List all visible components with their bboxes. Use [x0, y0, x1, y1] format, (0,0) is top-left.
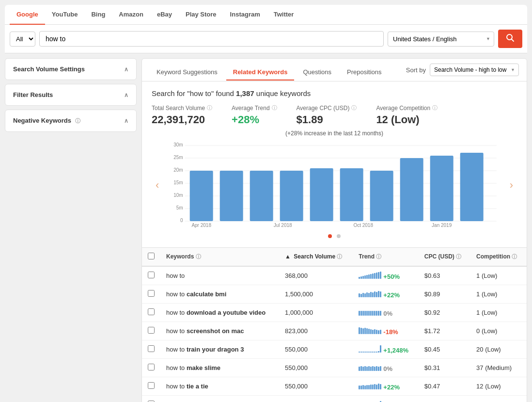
row-3-trend-bars [359, 326, 381, 334]
svg-line-1 [512, 39, 514, 42]
row-6-checkbox[interactable] [148, 382, 155, 389]
search-type-dropdown[interactable]: All [10, 32, 35, 47]
row-1-trend: +22% [353, 285, 418, 304]
competition-col-info-icon[interactable]: ⓘ [512, 254, 517, 259]
search-volume-col-info-icon[interactable]: ⓘ [337, 254, 342, 259]
location-dropdown[interactable]: United States / English [388, 32, 494, 47]
chart-dot-1[interactable] [328, 234, 332, 238]
chevron-up-icon-filter: ∧ [124, 92, 128, 98]
row-1-checkbox[interactable] [148, 290, 155, 297]
svg-rect-21 [340, 168, 363, 221]
row-5-checkbox[interactable] [148, 364, 155, 370]
search-input[interactable] [39, 31, 384, 47]
stats-title: Search for "how to" found 1,387 unique k… [152, 89, 517, 97]
nav-tab-instagram[interactable]: Instagram [223, 5, 267, 25]
sort-label: Sort by [406, 66, 426, 74]
row-2-volume: 1,000,000 [279, 304, 353, 322]
svg-text:25m: 25m [174, 155, 183, 160]
sidebar-section-filter-header[interactable]: Filter Results ∧ [5, 84, 136, 105]
competition-col-header: Competition ⓘ [470, 248, 527, 267]
table-header-row: Keywords ⓘ ▲ Search Volume ⓘ Trend ⓘ [142, 248, 527, 267]
sort-arrow-icon: ▲ [285, 253, 291, 260]
keywords-col-info-icon[interactable]: ⓘ [196, 254, 201, 259]
svg-rect-23 [400, 158, 423, 221]
search-button[interactable] [498, 30, 522, 48]
svg-text:15m: 15m [174, 180, 183, 185]
nav-tab-ebay[interactable]: eBay [150, 5, 179, 25]
table-row: how to train your dragon450,000+639%$0.6… [142, 396, 527, 402]
chart-prev-arrow[interactable]: ‹ [152, 179, 163, 192]
nav-tab-playstore[interactable]: Play Store [179, 5, 223, 25]
row-1-trend-pct: +22% [383, 291, 400, 299]
svg-text:Oct 2018: Oct 2018 [354, 223, 374, 228]
row-6-trend-pct: +22% [383, 384, 400, 391]
nav-tab-amazon[interactable]: Amazon [112, 5, 150, 25]
svg-text:Apr 2018: Apr 2018 [192, 223, 212, 228]
sort-area: Sort by Search Volume - high to low Sear… [406, 64, 519, 81]
cpc-col-info-icon[interactable]: ⓘ [456, 254, 461, 259]
tab-keyword-suggestions[interactable]: Keyword Suggestions [150, 64, 224, 80]
row-0-checkbox[interactable] [148, 272, 155, 278]
row-5-checkbox-cell [142, 359, 160, 377]
search-bar: All United States / English [5, 25, 527, 53]
average-cpc-info-icon[interactable]: ⓘ [351, 104, 357, 112]
svg-rect-17 [220, 171, 243, 221]
row-7-keyword: how to train your dragon [160, 396, 279, 402]
sidebar-section-search-volume-label: Search Volume Settings [13, 65, 85, 73]
row-4-volume: 550,000 [279, 340, 353, 359]
sort-wrap: Search Volume - high to low Search Volum… [430, 64, 519, 76]
sort-dropdown[interactable]: Search Volume - high to low Search Volum… [430, 64, 519, 76]
sidebar-section-search-volume: Search Volume Settings ∧ [5, 58, 137, 80]
row-4-keyword: how to train your dragon 3 [160, 340, 279, 359]
nav-tab-bing[interactable]: Bing [84, 5, 112, 25]
search-volume-col-header[interactable]: ▲ Search Volume ⓘ [279, 248, 353, 267]
sidebar-section-search-volume-header[interactable]: Search Volume Settings ∧ [5, 59, 136, 80]
sidebar-section-filter-label: Filter Results [13, 91, 53, 98]
content-area: Keyword Suggestions Related Keywords Que… [141, 58, 527, 402]
negative-keywords-info-icon[interactable]: ⓘ [75, 118, 80, 124]
table-row: how to calculate bmi1,500,000+22%$0.891 … [142, 285, 527, 304]
location-wrapper: United States / English [388, 32, 494, 47]
sidebar-section-negative-header[interactable]: Negative Keywords ⓘ ∧ [5, 110, 136, 131]
row-3-keyword: how to screenshot on mac [160, 322, 279, 340]
select-all-checkbox[interactable] [148, 253, 155, 259]
row-4-checkbox[interactable] [148, 345, 155, 352]
row-5-keyword: how to make slime [160, 359, 279, 377]
row-1-trend-bars [359, 289, 381, 297]
row-2-cpc: $0.92 [419, 304, 470, 322]
row-5-competition: 37 (Medium) [470, 359, 527, 377]
row-3-trend: -18% [353, 322, 418, 340]
nav-tab-twitter[interactable]: Twitter [267, 5, 301, 25]
bar-chart: 30m 25m 20m 15m 10m 5m 0 [163, 141, 505, 228]
row-1-cpc: $0.89 [419, 285, 470, 304]
row-1-keyword: how to calculate bmi [160, 285, 279, 304]
average-trend-info-icon[interactable]: ⓘ [272, 104, 277, 112]
keywords-col-header: Keywords ⓘ [160, 248, 279, 267]
chart-dots [152, 232, 517, 240]
keyword-tabs-bar: Keyword Suggestions Related Keywords Que… [142, 59, 527, 81]
row-6-trend-bars [359, 382, 381, 389]
tab-questions[interactable]: Questions [296, 64, 338, 80]
stat-average-competition: Average Competition ⓘ 12 (Low) [376, 104, 438, 126]
svg-rect-19 [280, 171, 303, 221]
average-competition-info-icon[interactable]: ⓘ [432, 104, 438, 112]
chart-area: (+28% increase in the last 12 months) ‹ … [142, 130, 527, 244]
row-4-checkbox-cell [142, 340, 160, 359]
nav-tab-youtube[interactable]: YouTube [45, 5, 85, 25]
chart-next-arrow[interactable]: › [506, 179, 517, 192]
nav-tab-google[interactable]: Google [10, 5, 45, 25]
chart-dot-2[interactable] [337, 234, 341, 238]
tab-related-keywords[interactable]: Related Keywords [226, 64, 295, 80]
row-0-competition: 1 (Low) [470, 266, 527, 285]
row-5-trend: 0% [353, 359, 418, 377]
row-0-trend: +50% [353, 266, 418, 285]
total-search-volume-info-icon[interactable]: ⓘ [207, 104, 212, 112]
svg-text:Jan 2019: Jan 2019 [432, 223, 452, 228]
trend-col-info-icon[interactable]: ⓘ [376, 254, 381, 259]
row-3-checkbox[interactable] [148, 327, 155, 334]
checkbox-col-header [142, 248, 160, 267]
row-2-trend-pct: 0% [383, 310, 392, 317]
row-2-keyword: how to download a youtube video [160, 304, 279, 322]
tab-prepositions[interactable]: Prepositions [340, 64, 389, 80]
row-2-checkbox[interactable] [148, 308, 155, 315]
